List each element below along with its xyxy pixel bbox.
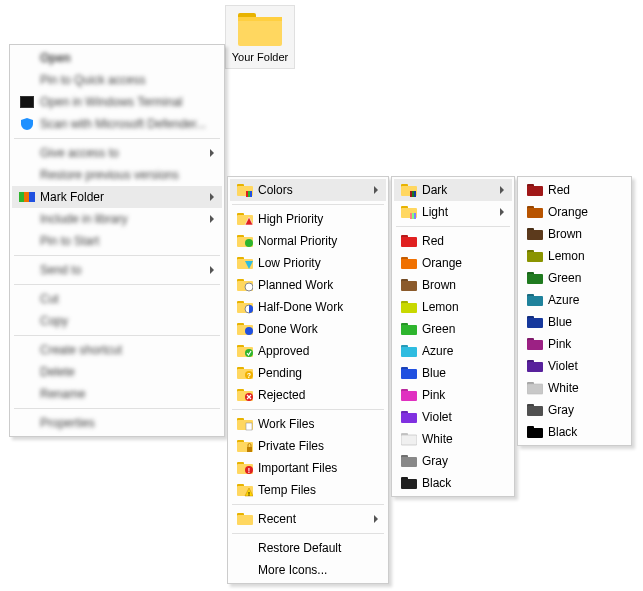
menu-pin-start[interactable]: Pin to Start (12, 230, 222, 252)
folder-priority-high-icon (234, 211, 256, 227)
menu-color-red[interactable]: Red (394, 230, 512, 252)
desktop-folder[interactable]: Your Folder (225, 5, 295, 69)
menu-color-green[interactable]: Green (394, 318, 512, 340)
menu-color-azure[interactable]: Azure (394, 340, 512, 362)
svg-rect-4 (21, 97, 33, 107)
chevron-right-icon (374, 186, 378, 194)
menu-dark[interactable]: Dark (394, 179, 512, 201)
menu-color-green[interactable]: Green (520, 267, 629, 289)
svg-point-17 (245, 239, 253, 247)
menu-light[interactable]: Light (394, 201, 512, 223)
menu-color-pink[interactable]: Pink (520, 333, 629, 355)
chevron-right-icon (210, 193, 214, 201)
menu-color-white[interactable]: White (394, 428, 512, 450)
menu-properties[interactable]: Properties (12, 412, 222, 434)
submenu-dark-colors: RedOrangeBrownLemonGreenAzureBluePinkVio… (517, 176, 632, 446)
menu-color-red[interactable]: Red (520, 179, 629, 201)
menu-color-black[interactable]: Black (394, 472, 512, 494)
folder-pending-icon: ? (234, 365, 256, 381)
menu-color-azure[interactable]: Azure (520, 289, 629, 311)
chevron-right-icon (374, 515, 378, 523)
separator (232, 533, 384, 534)
svg-rect-83 (401, 435, 417, 445)
menu-color-violet[interactable]: Violet (394, 406, 512, 428)
folder-gray-icon (524, 402, 546, 418)
menu-mark-folder-label: Mark Folder (38, 190, 198, 204)
menu-color-brown[interactable]: Brown (520, 223, 629, 245)
menu-mark-folder[interactable]: Mark Folder (12, 186, 222, 208)
menu-include-library[interactable]: Include in library (12, 208, 222, 230)
menu-private-files[interactable]: Private Files (230, 435, 386, 457)
menu-give-access[interactable]: Give access to (12, 142, 222, 164)
menu-color-white[interactable]: White (520, 377, 629, 399)
shield-icon (16, 116, 38, 132)
folder-white-icon (524, 380, 546, 396)
menu-cut[interactable]: Cut (12, 288, 222, 310)
menu-pin-quick-access[interactable]: Pin to Quick access (12, 69, 222, 91)
svg-rect-79 (401, 391, 417, 401)
menu-color-orange[interactable]: Orange (520, 201, 629, 223)
menu-color-pink[interactable]: Pink (394, 384, 512, 406)
menu-open-terminal[interactable]: Open in Windows Terminal (12, 91, 222, 113)
menu-scan-defender[interactable]: Scan with Microsoft Defender... (12, 113, 222, 135)
svg-rect-97 (527, 274, 543, 284)
menu-done-work[interactable]: Done Work (230, 318, 386, 340)
svg-text:!: ! (248, 467, 250, 474)
menu-open[interactable]: Open (12, 47, 222, 69)
svg-rect-73 (401, 325, 417, 335)
menu-send-to[interactable]: Send to (12, 259, 222, 281)
folder-priority-normal-icon (234, 233, 256, 249)
folder-green-icon (398, 321, 420, 337)
folder-lemon-icon (524, 248, 546, 264)
menu-half-done[interactable]: Half-Done Work (230, 296, 386, 318)
svg-rect-41 (246, 423, 252, 430)
menu-more-icons[interactable]: More Icons... (230, 559, 386, 581)
svg-rect-107 (527, 384, 543, 394)
menu-color-lemon[interactable]: Lemon (520, 245, 629, 267)
folder-violet-icon (398, 409, 420, 425)
separator (14, 138, 220, 139)
chevron-right-icon (210, 266, 214, 274)
menu-recent[interactable]: Recent (230, 508, 386, 530)
folder-orange-icon (398, 255, 420, 271)
menu-create-shortcut[interactable]: Create shortcut (12, 339, 222, 361)
menu-important-files[interactable]: !Important Files (230, 457, 386, 479)
menu-temp-files[interactable]: !Temp Files (230, 479, 386, 501)
menu-pending[interactable]: ?Pending (230, 362, 386, 384)
menu-color-blue[interactable]: Blue (520, 311, 629, 333)
menu-restore-default[interactable]: Restore Default (230, 537, 386, 559)
menu-low-priority[interactable]: Low Priority (230, 252, 386, 274)
menu-delete[interactable]: Delete (12, 361, 222, 383)
folder-rejected-icon (234, 387, 256, 403)
menu-colors[interactable]: Colors (230, 179, 386, 201)
folder-icon (234, 182, 256, 198)
folder-red-icon (524, 182, 546, 198)
menu-color-brown[interactable]: Brown (394, 274, 512, 296)
svg-rect-65 (401, 237, 417, 247)
folder-azure-icon (398, 343, 420, 359)
menu-copy[interactable]: Copy (12, 310, 222, 332)
menu-color-blue[interactable]: Blue (394, 362, 512, 384)
svg-point-31 (245, 349, 253, 357)
menu-planned-work[interactable]: Planned Work (230, 274, 386, 296)
svg-rect-7 (29, 192, 35, 202)
menu-approved[interactable]: Approved (230, 340, 386, 362)
chevron-right-icon (210, 149, 214, 157)
menu-rename[interactable]: Rename (12, 383, 222, 405)
menu-work-files[interactable]: Work Files (230, 413, 386, 435)
menu-color-lemon[interactable]: Lemon (394, 296, 512, 318)
menu-rejected[interactable]: Rejected (230, 384, 386, 406)
svg-rect-99 (527, 296, 543, 306)
menu-high-priority[interactable]: High Priority (230, 208, 386, 230)
menu-color-orange[interactable]: Orange (394, 252, 512, 274)
menu-color-violet[interactable]: Violet (520, 355, 629, 377)
svg-rect-91 (527, 208, 543, 218)
menu-normal-priority[interactable]: Normal Priority (230, 230, 386, 252)
menu-restore-versions[interactable]: Restore previous versions (12, 164, 222, 186)
menu-color-gray[interactable]: Gray (520, 399, 629, 421)
svg-rect-111 (527, 428, 543, 438)
folder-priority-low-icon (234, 255, 256, 271)
menu-color-gray[interactable]: Gray (394, 450, 512, 472)
menu-color-black[interactable]: Black (520, 421, 629, 443)
context-menu-main: Open Pin to Quick access Open in Windows… (9, 44, 225, 437)
